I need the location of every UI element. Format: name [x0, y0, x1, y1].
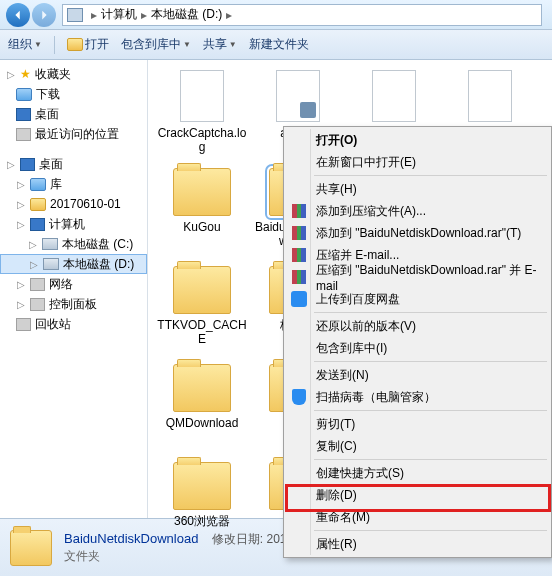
library-icon — [30, 178, 46, 191]
ctx-open[interactable]: 打开(O) — [286, 129, 549, 151]
folder-icon — [67, 38, 83, 51]
address-bar[interactable]: ▸ 计算机 ▸ 本地磁盘 (D:) ▸ — [62, 4, 542, 26]
control-panel-icon — [30, 298, 45, 311]
file-item[interactable]: TTKVOD_CACHE — [154, 262, 250, 360]
network-icon — [30, 278, 45, 291]
ini-icon — [276, 70, 320, 122]
breadcrumb-root[interactable]: 计算机 — [101, 6, 137, 23]
ctx-rename[interactable]: 重命名(M) — [286, 506, 549, 528]
ctx-send-to[interactable]: 发送到(N) — [286, 364, 549, 386]
baidu-netdisk-icon — [291, 291, 307, 307]
toolbar-include[interactable]: 包含到库中▼ — [121, 36, 191, 53]
toolbar: 组织▼ 打开 包含到库中▼ 共享▼ 新建文件夹 — [0, 30, 552, 60]
folder-icon — [173, 364, 231, 412]
toolbar-newfolder[interactable]: 新建文件夹 — [249, 36, 309, 53]
breadcrumb-drive[interactable]: 本地磁盘 (D:) — [151, 6, 222, 23]
toolbar-organize[interactable]: 组织▼ — [8, 36, 42, 53]
download-icon — [16, 88, 32, 101]
breadcrumb-separator: ▸ — [226, 8, 232, 22]
recycle-icon — [16, 318, 31, 331]
recent-icon — [16, 128, 31, 141]
file-icon — [372, 70, 416, 122]
file-item[interactable]: QMDownload — [154, 360, 250, 458]
sidebar-favorites[interactable]: ▷★收藏夹 — [0, 64, 147, 84]
nav-back-button[interactable] — [6, 3, 30, 27]
window-titlebar: ▸ 计算机 ▸ 本地磁盘 (D:) ▸ — [0, 0, 552, 30]
folder-icon — [30, 198, 46, 211]
toolbar-share[interactable]: 共享▼ — [203, 36, 237, 53]
desktop-icon — [16, 108, 31, 121]
computer-icon — [30, 218, 45, 231]
ctx-include-library[interactable]: 包含到库中(I) — [286, 337, 549, 359]
ctx-create-shortcut[interactable]: 创建快捷方式(S) — [286, 462, 549, 484]
sidebar-recent[interactable]: 最近访问的位置 — [0, 124, 147, 144]
star-icon: ★ — [20, 67, 31, 81]
sidebar-libraries[interactable]: ▷库 — [0, 174, 147, 194]
ctx-compress-named-email[interactable]: 压缩到 "BaiduNetdiskDownload.rar" 并 E-mail — [286, 266, 549, 288]
desktop-icon — [20, 158, 35, 171]
folder-icon — [10, 530, 52, 566]
ctx-open-new-window[interactable]: 在新窗口中打开(E) — [286, 151, 549, 173]
drive-icon — [67, 8, 83, 22]
context-menu: 打开(O) 在新窗口中打开(E) 共享(H) 添加到压缩文件(A)... 添加到… — [283, 126, 552, 558]
sidebar-desktop-root[interactable]: ▷桌面 — [0, 154, 147, 174]
winrar-icon — [292, 270, 306, 284]
sidebar-recycle[interactable]: 回收站 — [0, 314, 147, 334]
sidebar-folder-date[interactable]: ▷20170610-01 — [0, 194, 147, 214]
ctx-restore-previous[interactable]: 还原以前的版本(V) — [286, 315, 549, 337]
sidebar-computer[interactable]: ▷计算机 — [0, 214, 147, 234]
sidebar-control-panel[interactable]: ▷控制面板 — [0, 294, 147, 314]
ctx-add-named-archive[interactable]: 添加到 "BaiduNetdiskDownload.rar"(T) — [286, 222, 549, 244]
ctx-scan-virus[interactable]: 扫描病毒（电脑管家） — [286, 386, 549, 408]
ctx-add-archive[interactable]: 添加到压缩文件(A)... — [286, 200, 549, 222]
shield-icon — [292, 389, 306, 405]
file-item[interactable]: CrackCaptcha.log — [154, 66, 250, 164]
file-item[interactable]: 360浏览器 — [154, 458, 250, 556]
file-item[interactable]: KuGou — [154, 164, 250, 262]
sidebar-network[interactable]: ▷网络 — [0, 274, 147, 294]
ctx-copy[interactable]: 复制(C) — [286, 435, 549, 457]
sidebar-drive-c[interactable]: ▷本地磁盘 (C:) — [0, 234, 147, 254]
winrar-icon — [292, 248, 306, 262]
folder-icon — [173, 266, 231, 314]
sidebar-drive-d[interactable]: ▷本地磁盘 (D:) — [0, 254, 147, 274]
winrar-icon — [292, 226, 306, 240]
sidebar-desktop[interactable]: 桌面 — [0, 104, 147, 124]
sidebar-downloads[interactable]: 下载 — [0, 84, 147, 104]
sidebar: ▷★收藏夹 下载 桌面 最近访问的位置 ▷桌面 ▷库 ▷20170610-01 … — [0, 60, 148, 518]
breadcrumb-separator: ▸ — [141, 8, 147, 22]
winrar-icon — [292, 204, 306, 218]
ctx-share[interactable]: 共享(H) — [286, 178, 549, 200]
ctx-cut[interactable]: 剪切(T) — [286, 413, 549, 435]
folder-icon — [173, 168, 231, 216]
breadcrumb-separator: ▸ — [91, 8, 97, 22]
ctx-properties[interactable]: 属性(R) — [286, 533, 549, 555]
drive-icon — [42, 238, 58, 250]
toolbar-open[interactable]: 打开 — [67, 36, 109, 53]
folder-icon — [173, 462, 231, 510]
ctx-delete[interactable]: 删除(D) — [286, 484, 549, 506]
drive-icon — [43, 258, 59, 270]
ctx-upload-baidu[interactable]: 上传到百度网盘 — [286, 288, 549, 310]
file-icon — [468, 70, 512, 122]
nav-forward-button[interactable] — [32, 3, 56, 27]
file-icon — [180, 70, 224, 122]
